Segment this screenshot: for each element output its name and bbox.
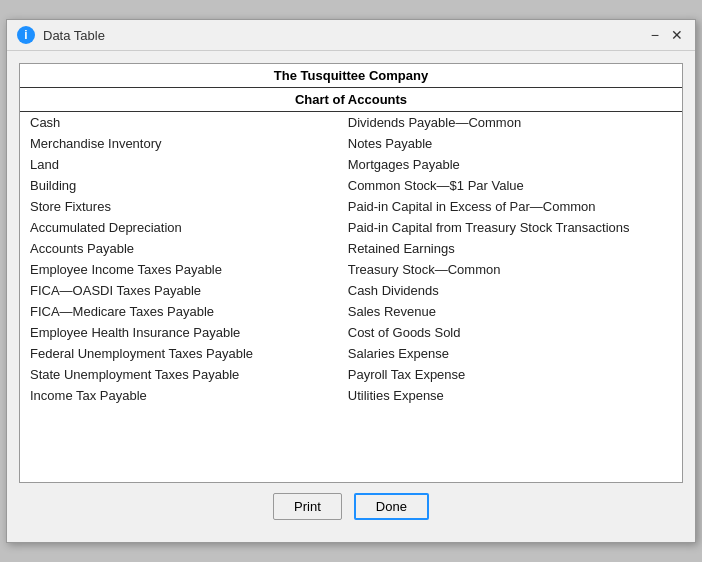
table-row: LandMortgages Payable xyxy=(20,154,682,175)
cell-left: Employee Health Insurance Payable xyxy=(20,322,338,343)
cell-left: Cash xyxy=(20,112,338,134)
title-bar: i Data Table − ✕ xyxy=(7,20,695,51)
cell-right: Dividends Payable—Common xyxy=(338,112,682,134)
cell-right: Notes Payable xyxy=(338,133,682,154)
cell-right: Sales Revenue xyxy=(338,301,682,322)
table-container[interactable]: The Tusquittee Company Chart of Accounts… xyxy=(19,63,683,483)
subtitle-row: Chart of Accounts xyxy=(20,88,682,112)
cell-right: Cost of Goods Sold xyxy=(338,322,682,343)
table-row: State Unemployment Taxes PayablePayroll … xyxy=(20,364,682,385)
cell-left: Store Fixtures xyxy=(20,196,338,217)
table-row: Employee Income Taxes PayableTreasury St… xyxy=(20,259,682,280)
cell-left: Building xyxy=(20,175,338,196)
table-row: BuildingCommon Stock—$1 Par Value xyxy=(20,175,682,196)
cell-left: Employee Income Taxes Payable xyxy=(20,259,338,280)
table-row: FICA—Medicare Taxes PayableSales Revenue xyxy=(20,301,682,322)
table-subtitle: Chart of Accounts xyxy=(20,88,682,112)
cell-right: Cash Dividends xyxy=(338,280,682,301)
cell-right: Retained Earnings xyxy=(338,238,682,259)
cell-right: Paid-in Capital in Excess of Par—Common xyxy=(338,196,682,217)
window-title: Data Table xyxy=(43,28,105,43)
data-table: The Tusquittee Company Chart of Accounts… xyxy=(20,64,682,406)
minimize-button[interactable]: − xyxy=(649,27,661,43)
table-row: FICA—OASDI Taxes PayableCash Dividends xyxy=(20,280,682,301)
table-row: Accounts PayableRetained Earnings xyxy=(20,238,682,259)
cell-right: Utilities Expense xyxy=(338,385,682,406)
cell-left: Merchandise Inventory xyxy=(20,133,338,154)
cell-left: FICA—Medicare Taxes Payable xyxy=(20,301,338,322)
cell-right: Paid-in Capital from Treasury Stock Tran… xyxy=(338,217,682,238)
table-row: Store FixturesPaid-in Capital in Excess … xyxy=(20,196,682,217)
table-row: Merchandise InventoryNotes Payable xyxy=(20,133,682,154)
table-row: Employee Health Insurance PayableCost of… xyxy=(20,322,682,343)
cell-left: Land xyxy=(20,154,338,175)
done-button[interactable]: Done xyxy=(354,493,429,520)
main-window: i Data Table − ✕ The Tusquittee Company … xyxy=(6,19,696,543)
table-row: Federal Unemployment Taxes PayableSalari… xyxy=(20,343,682,364)
title-bar-controls: − ✕ xyxy=(649,27,685,43)
title-bar-left: i Data Table xyxy=(17,26,105,44)
cell-left: FICA—OASDI Taxes Payable xyxy=(20,280,338,301)
cell-right: Treasury Stock—Common xyxy=(338,259,682,280)
print-button[interactable]: Print xyxy=(273,493,342,520)
cell-right: Mortgages Payable xyxy=(338,154,682,175)
cell-left: Federal Unemployment Taxes Payable xyxy=(20,343,338,364)
info-icon: i xyxy=(17,26,35,44)
cell-right: Salaries Expense xyxy=(338,343,682,364)
company-row: The Tusquittee Company xyxy=(20,64,682,88)
cell-left: State Unemployment Taxes Payable xyxy=(20,364,338,385)
company-name: The Tusquittee Company xyxy=(20,64,682,88)
footer-bar: Print Done xyxy=(19,483,683,530)
cell-right: Common Stock—$1 Par Value xyxy=(338,175,682,196)
table-row: CashDividends Payable—Common xyxy=(20,112,682,134)
cell-left: Income Tax Payable xyxy=(20,385,338,406)
cell-left: Accounts Payable xyxy=(20,238,338,259)
table-row: Income Tax PayableUtilities Expense xyxy=(20,385,682,406)
table-row: Accumulated DepreciationPaid-in Capital … xyxy=(20,217,682,238)
cell-right: Payroll Tax Expense xyxy=(338,364,682,385)
cell-left: Accumulated Depreciation xyxy=(20,217,338,238)
window-body: The Tusquittee Company Chart of Accounts… xyxy=(7,51,695,542)
close-button[interactable]: ✕ xyxy=(669,27,685,43)
